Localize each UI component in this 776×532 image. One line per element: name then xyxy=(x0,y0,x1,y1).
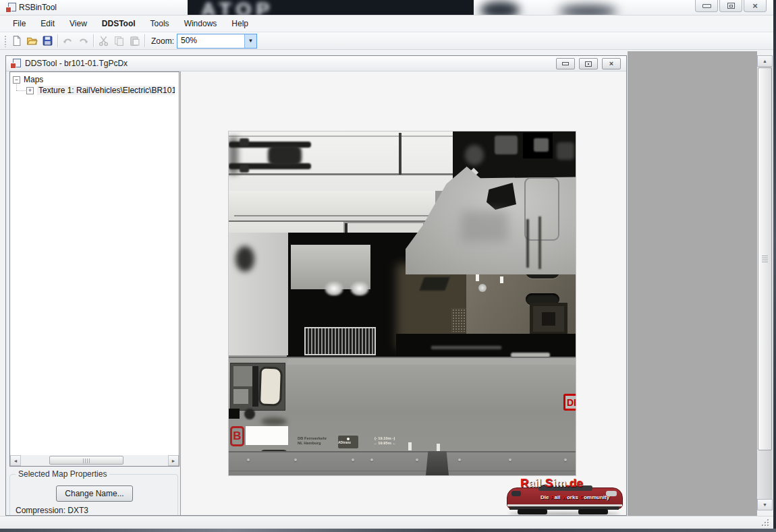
child-window-icon xyxy=(10,59,20,69)
scrollbar-thumb[interactable] xyxy=(49,456,123,465)
app-icon-part xyxy=(5,7,11,13)
minimize-button[interactable] xyxy=(695,0,718,12)
texture-rivet xyxy=(564,459,567,461)
child-window-title: DDSTool - br101-01.TgPcDx xyxy=(25,59,128,68)
collapse-icon[interactable]: − xyxy=(13,76,20,84)
texture-seat xyxy=(258,366,283,406)
thumb-gripper xyxy=(762,256,768,262)
desktop-background-text: ATOP xyxy=(201,0,474,15)
menu-tools[interactable]: Tools xyxy=(143,16,177,32)
texture-shape xyxy=(500,276,503,283)
title-bar[interactable]: ATOP RSBinTool × xyxy=(0,0,773,16)
save-floppy-icon xyxy=(42,35,53,47)
new-button[interactable] xyxy=(9,34,24,49)
menu-edit[interactable]: Edit xyxy=(33,16,62,32)
logo-title-text: Rail-Sim.de xyxy=(520,477,583,490)
mdi-background xyxy=(628,51,757,516)
undo-button[interactable] xyxy=(60,34,76,49)
save-button[interactable] xyxy=(40,34,55,49)
vertical-scrollbar[interactable]: ▲ ▼ xyxy=(757,55,773,510)
redo-button[interactable] xyxy=(76,34,91,49)
tree-node-maps[interactable]: − Maps xyxy=(13,75,43,84)
texture-shape xyxy=(476,274,479,281)
copy-icon xyxy=(113,35,125,47)
menu-file[interactable]: File xyxy=(5,16,33,32)
scroll-down-icon: ▼ xyxy=(763,502,767,507)
tree-horizontal-scrollbar[interactable]: ◄ ► xyxy=(10,455,179,466)
texture-shape xyxy=(287,358,576,365)
toolbar-grip[interactable] xyxy=(4,35,7,47)
expand-icon[interactable]: + xyxy=(26,87,34,94)
paste-clipboard-icon xyxy=(129,35,140,47)
menu-help[interactable]: Help xyxy=(224,16,256,32)
desktop-edge xyxy=(773,0,776,532)
child-minimize-button[interactable] xyxy=(556,58,575,69)
desktop-glass-region: ATOP xyxy=(188,0,474,15)
open-button[interactable] xyxy=(24,34,40,49)
combo-dropdown-button[interactable]: ▼ xyxy=(244,34,256,48)
texture-shape xyxy=(465,145,484,165)
toolbar: Zoom: 50% ▼ xyxy=(0,32,773,50)
child-title-bar[interactable]: DDSTool - br101-01.TgPcDx × xyxy=(6,56,626,71)
tree-node-texture1[interactable]: + Texture 1: RailVehicles\Electric\BR101… xyxy=(26,86,175,95)
scroll-up-button[interactable]: ▲ xyxy=(757,55,773,67)
glass-smudge xyxy=(559,5,617,16)
main-window: ATOP RSBinTool × File Edit View DDSTool … xyxy=(0,0,773,529)
zoom-combobox[interactable]: 50% ▼ xyxy=(177,34,257,49)
desktop: ATOP RSBinTool × File Edit View DDSTool … xyxy=(0,0,776,532)
texture-shape xyxy=(235,246,254,272)
maps-tree[interactable]: − Maps + Texture 1: RailVehicles\Electri… xyxy=(9,71,179,467)
texture-rivet xyxy=(509,459,511,461)
change-name-button[interactable]: Change Name... xyxy=(56,485,133,502)
texture-shape xyxy=(252,366,258,407)
minimize-icon xyxy=(702,4,711,8)
tree-node-label[interactable]: Texture 1: RailVehicles\Electric\BR101\S… xyxy=(37,86,175,95)
logo-bogie xyxy=(578,509,608,514)
maximize-button[interactable] xyxy=(719,0,742,12)
child-close-button[interactable]: × xyxy=(602,58,621,69)
chevron-down-icon: ▼ xyxy=(248,38,254,44)
resize-grip[interactable] xyxy=(762,519,770,527)
texture-adtranz-badge: ADtranz xyxy=(338,436,358,448)
close-button[interactable]: × xyxy=(744,0,767,12)
texture-shape xyxy=(538,216,541,269)
glass-smudge xyxy=(480,1,520,16)
texture-shape xyxy=(229,136,454,137)
scroll-up-icon: ▲ xyxy=(763,59,767,63)
maximize-icon xyxy=(727,3,735,9)
scroll-left-button[interactable]: ◄ xyxy=(10,455,21,466)
menu-ddstool[interactable]: DDSTool xyxy=(94,16,143,32)
texture-shape xyxy=(229,173,454,175)
texture-shape xyxy=(240,165,249,173)
tree-node-label[interactable]: Maps xyxy=(24,75,43,84)
group-label: Selected Map Properties xyxy=(16,469,109,479)
logo-subtitle-text: Die Rail Works Community xyxy=(541,494,609,500)
desktop-edge xyxy=(0,529,776,532)
texture-shape xyxy=(478,284,487,292)
texture-db-logo-right: DB xyxy=(563,394,576,411)
child-restore-button[interactable] xyxy=(579,58,598,69)
tree-connector xyxy=(16,90,26,91)
scrollbar-thumb[interactable] xyxy=(758,67,772,450)
copy-button[interactable] xyxy=(111,34,127,49)
texture-db-logo-left: B xyxy=(230,426,244,446)
texture-shape xyxy=(419,277,449,291)
texture-shape xyxy=(431,346,501,349)
menu-view[interactable]: View xyxy=(62,16,94,32)
selected-map-properties-group: Selected Map Properties Change Name... C… xyxy=(9,474,178,516)
scroll-right-button[interactable]: ► xyxy=(168,455,179,466)
compression-value: Compression: DXT3 xyxy=(16,506,88,515)
redo-icon xyxy=(78,35,89,47)
texture-recess xyxy=(530,303,567,335)
scrollbar-track[interactable] xyxy=(21,455,168,466)
texture-shape xyxy=(244,409,255,419)
scroll-left-icon: ◄ xyxy=(13,459,18,463)
scroll-down-button[interactable]: ▼ xyxy=(757,499,773,510)
thumb-gripper xyxy=(83,459,90,463)
menu-windows[interactable]: Windows xyxy=(177,16,225,32)
texture-preview-panel[interactable]: B DB Fernverkehr NL Hamburg ADtranz xyxy=(180,71,626,515)
cut-button[interactable] xyxy=(96,34,111,49)
texture-shape xyxy=(240,138,249,146)
paste-button[interactable] xyxy=(127,34,142,49)
mdi-area: DDSTool - br101-01.TgPcDx × − Maps xyxy=(0,50,773,516)
